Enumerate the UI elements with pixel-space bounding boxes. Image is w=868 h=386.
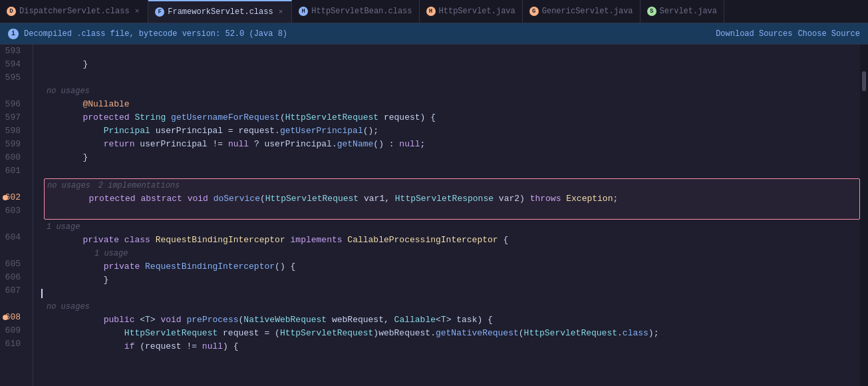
code-line-601 [41,164,860,178]
line-num-595: 595 [0,71,26,85]
cursor [41,289,43,298]
tab-httpservletbean[interactable]: H HttpServletBean.class [292,0,419,23]
line-num-hint5 [0,297,26,311]
code-line-603 [45,206,859,219]
code-line-598: Principal userPrincipal = request.getUse… [41,124,860,138]
line-num-596: 596 [0,98,26,111]
tab-label-servlet: Servlet.java [660,7,717,16]
hint-nousages-3: no usages [41,300,860,313]
hint-nousages-2impl: no usages 2 implementations [45,179,859,192]
info-icon: i [8,29,19,39]
line-num-609: 609 [0,324,26,337]
tab-dispatcherservlet[interactable]: D DispatcherServlet.class × [0,0,148,23]
code-line-602: protected abstract void doService(HttpSe… [45,192,859,206]
code-line-604: private class RequestBindingInterceptor … [41,234,860,247]
tab-label-genericservlet: GenericServlet.java [542,7,633,16]
scrollbar[interactable] [860,45,868,386]
choose-source-button[interactable]: Choose Source [797,29,860,39]
info-bar-right: Download Sources Choose Source [716,29,860,39]
tab-label-framework: FrameworkServlet.class [168,7,273,17]
line-num-603: 603 [0,204,26,218]
tab-label-httpservletbean: HttpServletBean.class [311,7,412,16]
line-num-hint2 [0,178,26,191]
line-num-594: 594 [0,58,26,71]
tab-close-framework[interactable]: × [277,7,285,17]
tab-icon-dispatcher: D [7,7,16,16]
tab-icon-httpservletbean: H [299,7,308,16]
code-line-594: } [41,58,860,71]
editor-container: 593 594 595 596 597 598 599 600 601 602 … [0,45,868,386]
tab-genericservlet[interactable]: G GenericServlet.java [523,0,641,23]
info-message: Decompiled .class file, bytecode version… [24,29,287,39]
line-num-606: 606 [0,271,26,284]
line-numbers: 593 594 595 596 597 598 599 600 601 602 … [0,45,33,386]
line-num-598: 598 [0,124,26,138]
line-num-597: 597 [0,111,26,124]
code-line-607 [41,287,860,300]
download-sources-button[interactable]: Download Sources [716,29,792,39]
line-num-607: 607 [0,284,26,297]
line-num-610: 610 [0,337,26,351]
code-line-600: } [41,151,860,164]
code-line-593 [41,45,860,58]
code-line-599: return userPrincipal != null ? userPrinc… [41,138,860,151]
code-line-597: protected String getUsernameForRequest(H… [41,111,860,124]
tab-label-dispatcher: DispatcherServlet.class [19,7,130,16]
line-num-hint3 [0,218,26,231]
hint-1usage-2: 1 usage [41,247,860,260]
line-num-602: 602 [0,191,26,204]
code-line-608: public <T> void preProcess(NativeWebRequ… [41,313,860,327]
code-line-609: HttpServletRequest request = (HttpServle… [41,327,860,340]
hint-nousages-1: no usages [41,85,860,98]
tab-icon-httpservlet: H [426,7,436,16]
code-line-595 [41,71,860,85]
tab-icon-servlet: S [647,7,656,16]
line-num-604: 604 [0,231,26,244]
line-num-599: 599 [0,138,26,151]
tab-icon-framework: F [155,7,164,17]
code-line-610: if (request != null) { [41,340,860,353]
line-num-605: 605 [0,258,26,271]
tab-close-dispatcher[interactable]: × [133,7,142,16]
tab-icon-genericservlet: G [529,7,539,16]
code-line-605: private RequestBindingInterceptor() { [41,260,860,274]
line-num-600: 600 [0,151,26,164]
line-num-hint1 [0,85,26,98]
line-num-593: 593 [0,45,26,58]
line-num-608: 608 [0,311,26,324]
tab-bar: D DispatcherServlet.class × F FrameworkS… [0,0,868,23]
tab-httpservlet[interactable]: H HttpServlet.java [420,0,523,23]
tab-servlet[interactable]: S Servlet.java [641,0,724,23]
code-line-606: } [41,274,860,287]
tab-frameworkservlet[interactable]: F FrameworkServlet.class × [148,0,292,23]
red-box-container: no usages 2 implementations protected ab… [44,178,860,220]
scroll-indicator [862,71,866,91]
info-bar-left: i Decompiled .class file, bytecode versi… [8,29,287,39]
code-line-596: @Nullable [41,98,860,111]
line-num-hint4 [0,244,26,258]
code-area[interactable]: } no usages @Nullable protected String g… [33,45,860,386]
hint-1usage-1: 1 usage [41,220,860,234]
tab-label-httpservlet: HttpServlet.java [439,7,515,16]
info-bar: i Decompiled .class file, bytecode versi… [0,23,868,45]
line-num-601: 601 [0,164,26,178]
